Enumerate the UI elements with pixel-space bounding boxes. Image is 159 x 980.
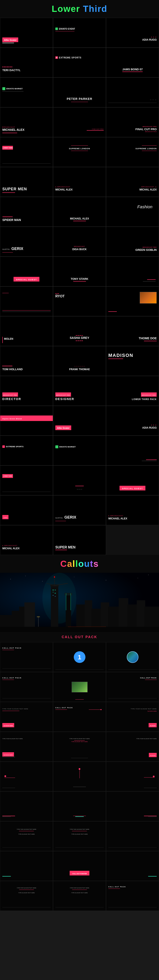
co-cell-16 xyxy=(0,791,53,821)
lt-cell-26: TONY STARK xyxy=(53,256,106,286)
svg-rect-23 xyxy=(55,596,56,597)
co-cell-4: CALL-OUT PACK xyxy=(0,672,53,702)
lt2-name-alex: MICHAEL ALEX xyxy=(108,517,127,520)
lt2-cell-17: ENVATO MARKET xyxy=(53,436,106,465)
lt-cell-18: BROADCAST ● MICHAL ALEX xyxy=(106,167,159,197)
lt-cell-24: BROADCAST PRO GREEN GOBLIN xyxy=(106,227,159,256)
lt2-cell-3 xyxy=(106,286,159,316)
lt2-cell-2: ■■■ RYOT xyxy=(53,286,106,316)
lt-name-michael: MICHAEL ALEX xyxy=(2,128,24,132)
svg-rect-19 xyxy=(55,590,56,590)
co-cell-6: CALL-OUT PACK xyxy=(106,672,159,702)
lt-name-buck: DIGA BUCK xyxy=(72,248,87,251)
lt2-name-alex2: MICHAL ALEX xyxy=(2,547,19,550)
svg-point-4 xyxy=(74,577,74,577)
lt2-name-gerix: GERIX xyxy=(64,515,76,519)
lt2-cell-20: — — — xyxy=(53,465,106,495)
co-cell-22 xyxy=(0,851,53,881)
lt-name-fashion: Fashion xyxy=(137,204,153,209)
lt2-name-special: SPECIAL GUEST xyxy=(122,487,143,490)
svg-point-2 xyxy=(25,576,26,576)
lt-name-envato: ENVATO EVENT xyxy=(59,28,75,30)
lt-cell-13: LOWER THIRD xyxy=(0,137,53,167)
lt2-cell-24: ● BROADCAST MICHAEL ALEX xyxy=(106,495,159,525)
co-landscape xyxy=(72,682,88,692)
lt2-name-thome: THOME DOE xyxy=(139,337,157,340)
lt-cell-1: Allie Grater xyxy=(0,18,53,48)
callouts-hero-bg xyxy=(0,573,159,632)
lt-name-spiderman: SPIDER MAN xyxy=(2,218,21,222)
lt-cell-5: ▶ EXTREME SPORTS xyxy=(53,48,106,78)
lower-third-grid-2: ■■■ RYOT MOLEN ▬▬▬▬ SASHA GREY ▬▬▬▬ THOM… xyxy=(0,286,159,555)
co-pack-label-1: CALL-OUT PACK xyxy=(2,647,22,649)
co-cell-25: TYPE FOR SLOGAN TEXT HERE TYPE SLOGAN TE… xyxy=(0,881,53,911)
co-cell-5 xyxy=(53,672,106,702)
lt-name-michal2: MICHAL ALEX xyxy=(140,188,157,191)
co-cell-18 xyxy=(106,791,159,821)
lt2-name-designer: DESIGNER xyxy=(55,397,74,401)
svg-point-40 xyxy=(37,616,40,617)
lt2-name-pack: LOWER THIRD PACK xyxy=(132,398,157,401)
co-cell-3 xyxy=(106,642,159,672)
lt-cell-20: MICHAEL ALEX xyxy=(53,197,106,227)
lt2-cell-26: SUPER MEN xyxy=(53,525,106,555)
co-cell-14 xyxy=(53,762,106,791)
lt-name-extreme: EXTREME SPORTS xyxy=(59,57,82,59)
lt-name-bond: JAMS BOND 07 xyxy=(122,68,143,71)
lt2-name-frank: FRANK THOMAE xyxy=(69,368,90,371)
svg-rect-38 xyxy=(0,627,159,632)
lt2-cell-6: THOME DOE xyxy=(106,316,159,346)
co-cell-19: TYPE THIS SLOGAN TEXT HERE TYPE SLOGAN T… xyxy=(0,821,53,851)
lt-subtitle-adia: ● ● ● xyxy=(142,36,157,38)
lt2-cell-16: EXTREME SPORTS xyxy=(0,436,53,465)
lt-cell-23: BROADCAST DIGA BUCK xyxy=(53,227,106,256)
call-out-pack-section: CAll Out Pack xyxy=(0,632,159,642)
lt2-name-blend: Alpine Green Blend xyxy=(2,418,22,420)
lt2-name-allie: Allie Grater xyxy=(57,427,69,429)
lower-third-header: Lower Third xyxy=(0,0,159,18)
call-out-pack-title: CAll Out Pack xyxy=(62,635,97,639)
lt-name-stark: TONY STARK xyxy=(71,277,88,280)
lt2-cell-1 xyxy=(0,286,53,316)
svg-rect-25 xyxy=(66,594,71,632)
lt-cell-15: SUPREME LONDON xyxy=(106,137,159,167)
lt2-cell-8: — — — — — — FRANK THOMAE xyxy=(53,346,106,376)
co-cell-23: CALL-OUT POINTER xyxy=(53,851,106,881)
lt2-cell-12: BROADCAST PRO LOWER THIRD PACK xyxy=(106,376,159,406)
header-word-third: Third xyxy=(83,4,107,14)
lt2-name-market: ENVATO MARKET xyxy=(59,446,75,448)
svg-rect-39 xyxy=(38,617,39,627)
co-cell-27: CALL-OUT PACK xyxy=(106,881,159,911)
lt-cell-6: JAMS BOND 07 xyxy=(106,48,159,78)
svg-point-5 xyxy=(106,580,106,581)
callouts-word-c: C xyxy=(60,559,67,569)
lt2-name-extreme: EXTREME SPORTS xyxy=(6,445,24,448)
lt-name-parker: PETER PARKER xyxy=(67,97,92,100)
lt-cell-3: ● ● ● ADIA RUGG xyxy=(106,18,159,48)
co-pack-label-bottom: CALL-OUT PACK xyxy=(108,886,126,888)
lt-name-supreme: SUPREME LONDON xyxy=(69,148,90,150)
co-cell-11: TYPE YOUR SLOGAN TEXT HERE TYPE SLOGAN T… xyxy=(53,732,106,762)
lt-name-gerix: GERIX xyxy=(11,247,23,251)
lt-name-special: SPECIAL GUEST xyxy=(16,278,37,281)
lt2-cell-14: Allie Grater xyxy=(53,406,106,436)
co-cell-2: 1 xyxy=(53,642,106,672)
lt-cell-14: SUPREME LONDON xyxy=(53,137,106,167)
lt-cell-17: ● BROADCAST MICHAL ALEX xyxy=(53,167,106,197)
lt2-cell-21: SPECIAL GUEST xyxy=(106,465,159,495)
co-cell-20: TYPE THIS SLOGAN TEXT HERE TYPE SLOGAN T… xyxy=(53,821,106,851)
lt-name-martin: MARTIN xyxy=(2,248,10,250)
co-globe xyxy=(127,651,138,663)
svg-point-6 xyxy=(138,578,138,578)
lt2-name-holland: TOM HOLLAND xyxy=(2,368,22,371)
callouts-header: Callouts xyxy=(0,555,159,573)
lt-name-final: FINAL CUT PRO xyxy=(135,127,157,131)
svg-rect-22 xyxy=(53,595,54,596)
svg-point-1 xyxy=(10,579,11,579)
lt2-cell-7: ◆◆◆◆◆◆◆◆ TOM HOLLAND xyxy=(0,346,53,376)
lt2-name-super: SUPER MEN xyxy=(55,546,75,549)
co-cell-9: TYPE YOUR SLOGAN TEXT HERE SLOGAN HERE S… xyxy=(106,702,159,732)
city-silhouette xyxy=(0,573,159,632)
co-number-1: 1 xyxy=(78,654,82,661)
lt2-cell-9: MADISON xyxy=(106,346,159,376)
